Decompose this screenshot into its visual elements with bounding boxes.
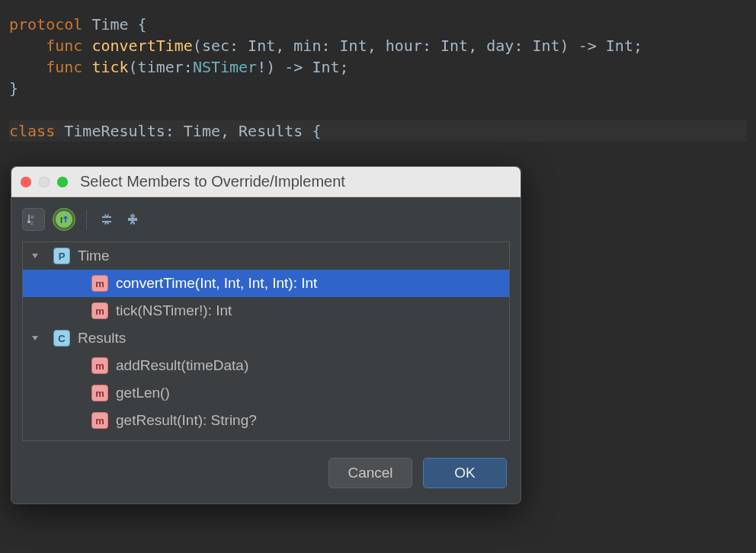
cancel-button[interactable]: Cancel xyxy=(328,458,412,488)
code-editor[interactable]: protocol Time { func convertTime(sec: In… xyxy=(0,0,756,155)
expand-all-icon xyxy=(100,213,114,226)
minimize-window-button[interactable] xyxy=(39,177,50,187)
member-label: convertTime(Int, Int, Int, Int): Int xyxy=(116,275,317,292)
svg-text:z: z xyxy=(30,219,34,226)
override-implement-dialog: Select Members to Override/Implement a z… xyxy=(11,166,521,504)
tree-row[interactable]: mconvertTime(Int, Int, Int, Int): Int xyxy=(23,270,509,297)
collapse-all-icon xyxy=(126,213,139,226)
dialog-titlebar[interactable]: Select Members to Override/Implement xyxy=(11,167,521,197)
ok-button[interactable]: OK xyxy=(423,458,507,488)
svg-text:I: I xyxy=(60,216,62,225)
disclosure-triangle-icon[interactable] xyxy=(30,334,40,343)
tree-row[interactable]: mtick(NSTimer!): Int xyxy=(23,297,509,324)
member-label: getResult(Int): String? xyxy=(116,412,257,429)
member-label: Time xyxy=(78,248,110,264)
members-tree[interactable]: PTimemconvertTime(Int, Int, Int, Int): I… xyxy=(22,241,510,441)
member-label: tick(NSTimer!): Int xyxy=(116,302,232,319)
tree-row[interactable]: PTime xyxy=(23,242,509,270)
member-kind-badge: m xyxy=(91,275,108,292)
dialog-buttons: Cancel OK xyxy=(11,452,521,503)
code-line-current: class TimeResults: Time, Results { xyxy=(9,120,747,142)
code-line: func tick(timer:NSTimer!) -> Int; xyxy=(9,56,747,78)
member-kind-badge: P xyxy=(53,248,70,264)
maximize-window-button[interactable] xyxy=(57,177,68,187)
collapse-all-button[interactable] xyxy=(123,210,142,229)
member-label: Results xyxy=(78,330,126,347)
member-label: addResult(timeData) xyxy=(116,357,248,374)
close-window-button[interactable] xyxy=(21,177,31,187)
toolbar-separator xyxy=(86,209,87,229)
disclosure-triangle-icon[interactable] xyxy=(30,251,40,261)
tree-row[interactable]: mgetResult(Int): String? xyxy=(23,407,509,434)
code-line: } xyxy=(9,78,747,99)
show-implemented-button[interactable]: I xyxy=(53,208,75,231)
member-kind-badge: m xyxy=(91,357,108,374)
window-controls xyxy=(21,177,68,187)
code-line: protocol Time { xyxy=(9,14,747,35)
tree-row[interactable]: mgetLen() xyxy=(23,379,509,407)
implement-up-icon: I xyxy=(58,213,70,225)
expand-all-button[interactable] xyxy=(98,210,116,229)
dialog-toolbar: a z I xyxy=(11,197,521,238)
code-line: func convertTime(sec: Int, min: Int, hou… xyxy=(9,35,747,56)
sort-alpha-button[interactable]: a z xyxy=(22,208,45,231)
member-kind-badge: m xyxy=(91,412,108,429)
code-line xyxy=(9,99,747,120)
sort-alpha-icon: a z xyxy=(27,213,40,226)
member-kind-badge: m xyxy=(91,385,108,401)
dialog-title: Select Members to Override/Implement xyxy=(80,173,345,190)
member-kind-badge: C xyxy=(53,330,70,347)
tree-row[interactable]: CResults xyxy=(23,324,509,352)
member-kind-badge: m xyxy=(91,302,108,319)
tree-row[interactable]: maddResult(timeData) xyxy=(23,352,509,379)
member-label: getLen() xyxy=(116,385,170,401)
